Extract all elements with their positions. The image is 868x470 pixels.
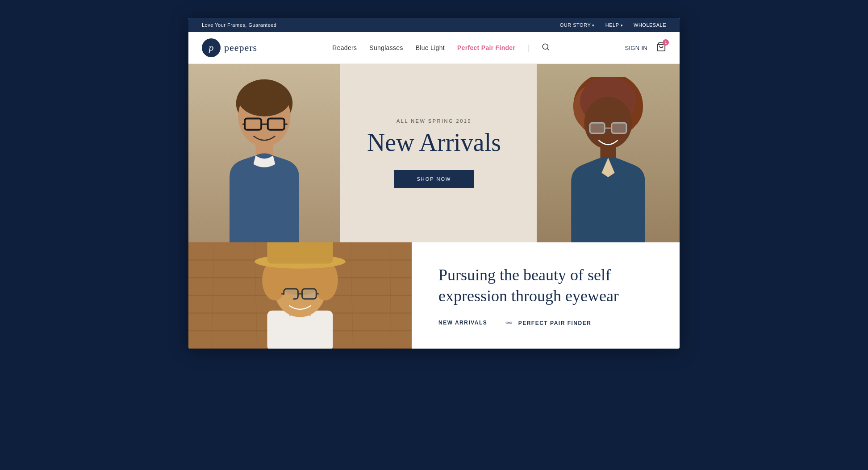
hero-content: ALL NEW SPRING 2019 New Arrivals SHOP NO…	[367, 118, 501, 188]
cart-badge: 1	[663, 39, 669, 46]
hero-title: New Arrivals	[367, 129, 501, 157]
hero-person-right	[537, 64, 680, 242]
below-hero-text: Pursuing the beauty of self expression t…	[412, 242, 680, 349]
wholesale-link[interactable]: WHOLESALE	[634, 22, 666, 28]
hat-person-svg	[188, 242, 412, 349]
wood-background	[188, 242, 412, 349]
below-hero-links: NEW ARRIVALS 👓 PERFECT PAIR FINDER	[438, 319, 653, 326]
nav-blue-light[interactable]: Blue Light	[416, 44, 445, 51]
search-button[interactable]	[542, 43, 550, 53]
hero-banner: ALL NEW SPRING 2019 New Arrivals SHOP NO…	[188, 64, 680, 242]
nav-divider: |	[528, 44, 529, 52]
svg-line-1	[547, 48, 549, 50]
nav-perfect-pair-finder[interactable]: Perfect Pair Finder	[457, 44, 515, 51]
below-hero-title: Pursuing the beauty of self expression t…	[438, 265, 653, 307]
svg-point-45	[281, 294, 293, 302]
sign-in-link[interactable]: SIGN IN	[625, 45, 647, 51]
our-story-link[interactable]: OUR STORY	[560, 22, 595, 28]
below-hero-image	[188, 242, 412, 349]
nav-sunglasses[interactable]: Sunglasses	[369, 44, 403, 51]
person-left-shape	[188, 64, 340, 242]
svg-point-5	[238, 82, 291, 116]
top-nav-links: OUR STORY HELP WHOLESALE	[560, 22, 666, 28]
logo-icon: p	[202, 38, 221, 57]
person-right-svg	[546, 77, 671, 242]
glasses-icon: 👓	[505, 319, 513, 326]
site-header: p peepers Readers Sunglasses Blue Light …	[188, 32, 680, 64]
hero-eyebrow: ALL NEW SPRING 2019	[367, 118, 501, 124]
announcement-text: Love Your Frames, Guaranteed	[202, 22, 276, 28]
new-arrivals-link[interactable]: NEW ARRIVALS	[438, 320, 487, 326]
person-left-svg	[202, 77, 327, 242]
search-icon	[542, 43, 550, 51]
logo[interactable]: p peepers	[202, 38, 257, 57]
nav-readers[interactable]: Readers	[332, 44, 357, 51]
perfect-pair-finder-link-label: PERFECT PAIR FINDER	[518, 320, 592, 326]
help-link[interactable]: HELP	[605, 22, 623, 28]
logo-wordmark: peepers	[224, 42, 257, 54]
shop-now-button[interactable]: SHOP NOW	[394, 170, 475, 188]
perfect-pair-finder-link[interactable]: 👓 PERFECT PAIR FINDER	[505, 319, 591, 326]
main-navigation: Readers Sunglasses Blue Light Perfect Pa…	[332, 43, 550, 53]
browser-frame: Love Your Frames, Guaranteed OUR STORY H…	[188, 18, 680, 349]
cart-button[interactable]: 1	[656, 42, 666, 54]
person-right-shape	[537, 64, 680, 242]
announcement-bar: Love Your Frames, Guaranteed OUR STORY H…	[188, 18, 680, 32]
hero-person-left	[188, 64, 340, 242]
header-actions: SIGN IN 1	[625, 42, 666, 54]
svg-rect-41	[302, 289, 317, 299]
below-hero-section: Pursuing the beauty of self expression t…	[188, 242, 680, 349]
svg-rect-18	[612, 123, 626, 133]
svg-rect-17	[590, 123, 605, 133]
svg-rect-39	[267, 242, 333, 264]
